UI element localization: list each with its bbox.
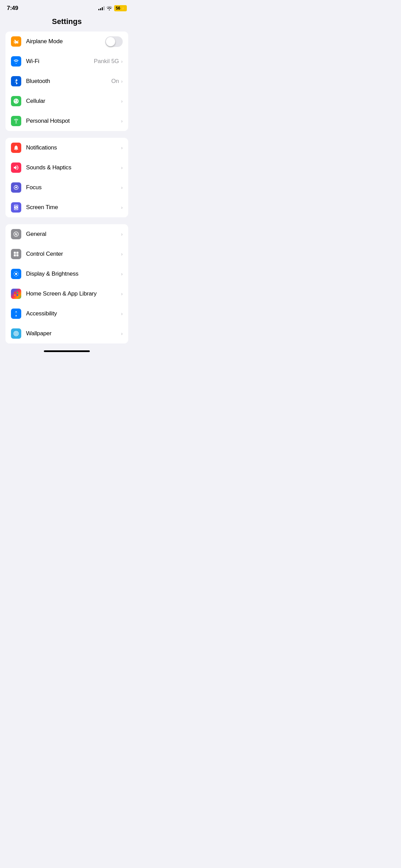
cellular-chevron-icon: › xyxy=(121,98,123,104)
svg-point-12 xyxy=(16,311,17,312)
svg-point-2 xyxy=(16,234,17,235)
sounds-icon-wrap xyxy=(11,162,21,173)
notifications-label: Notifications xyxy=(26,144,121,151)
wifi-value: Pankil 5G xyxy=(94,58,119,65)
control-center-item[interactable]: Control Center › xyxy=(5,244,128,264)
wallpaper-label: Wallpaper xyxy=(26,330,121,337)
accessibility-item[interactable]: Accessibility › xyxy=(5,304,128,324)
sounds-chevron-icon: › xyxy=(121,165,123,170)
control-center-label: Control Center xyxy=(26,251,121,257)
wifi-icon-wrap xyxy=(11,56,21,67)
general-item[interactable]: General › xyxy=(5,224,128,244)
svg-rect-6 xyxy=(16,254,19,256)
home-screen-icon-wrap xyxy=(11,289,21,299)
screen-time-icon xyxy=(13,204,19,210)
hotspot-icon-wrap xyxy=(11,116,21,126)
svg-rect-8 xyxy=(14,292,16,293)
wallpaper-chevron-icon: › xyxy=(121,331,123,336)
page-title: Settings xyxy=(0,14,134,32)
focus-icon-wrap xyxy=(11,182,21,193)
sounds-haptics-item[interactable]: Sounds & Haptics › xyxy=(5,158,128,178)
airplane-mode-icon-wrap xyxy=(11,36,21,47)
airplane-icon xyxy=(13,38,19,45)
svg-rect-11 xyxy=(17,294,19,296)
notifications-icon xyxy=(13,145,19,151)
home-indicator xyxy=(44,350,90,352)
focus-label: Focus xyxy=(26,184,121,191)
display-icon xyxy=(13,271,19,277)
svg-point-7 xyxy=(15,273,17,275)
status-icons: 56 ⚡ xyxy=(98,5,127,11)
signal-icon xyxy=(98,6,105,10)
home-screen-label: Home Screen & App Library xyxy=(26,290,121,297)
screen-time-icon-wrap xyxy=(11,202,21,213)
home-screen-icon xyxy=(13,291,19,297)
bluetooth-icon xyxy=(13,78,19,84)
battery-charging-icon: ⚡ xyxy=(121,7,125,10)
focus-chevron-icon: › xyxy=(121,185,123,190)
sounds-haptics-label: Sounds & Haptics xyxy=(26,164,121,171)
cellular-label: Cellular xyxy=(26,98,121,105)
toggle-knob xyxy=(106,37,115,46)
accessibility-icon-wrap xyxy=(11,309,21,319)
airplane-mode-toggle[interactable] xyxy=(105,36,123,47)
bluetooth-chevron-icon: › xyxy=(121,79,123,84)
hotspot-icon xyxy=(13,118,19,124)
wallpaper-icon-wrap xyxy=(11,328,21,339)
wifi-status-icon xyxy=(107,6,112,10)
notifications-item[interactable]: Notifications › xyxy=(5,138,128,158)
bluetooth-item[interactable]: Bluetooth On › xyxy=(5,71,128,91)
cellular-icon-wrap xyxy=(11,96,21,106)
accessibility-label: Accessibility xyxy=(26,310,121,317)
svg-rect-9 xyxy=(17,292,19,293)
wifi-item[interactable]: Wi-Fi Pankil 5G › xyxy=(5,51,128,71)
battery-level: 56 xyxy=(116,6,120,11)
sounds-icon xyxy=(13,165,19,171)
svg-rect-10 xyxy=(14,294,16,296)
display-brightness-item[interactable]: Display & Brightness › xyxy=(5,264,128,284)
control-center-chevron-icon: › xyxy=(121,251,123,257)
notifications-chevron-icon: › xyxy=(121,145,123,150)
personal-hotspot-label: Personal Hotspot xyxy=(26,118,121,124)
personal-hotspot-item[interactable]: Personal Hotspot › xyxy=(5,111,128,131)
bluetooth-value: On xyxy=(111,78,119,85)
general-icon xyxy=(13,231,19,237)
display-brightness-chevron-icon: › xyxy=(121,271,123,277)
wifi-label: Wi-Fi xyxy=(26,58,94,65)
bluetooth-label: Bluetooth xyxy=(26,78,111,85)
home-screen-chevron-icon: › xyxy=(121,291,123,297)
display-group: General › Control Center › Display & Bri… xyxy=(5,224,128,343)
connectivity-group: Airplane Mode Wi-Fi Pankil 5G › Bluetoot… xyxy=(5,32,128,131)
wifi-chevron-icon: › xyxy=(121,59,123,64)
status-bar: 7:49 56 ⚡ xyxy=(0,0,134,14)
screen-time-item[interactable]: Screen Time › xyxy=(5,197,128,217)
accessibility-icon xyxy=(13,311,19,317)
general-icon-wrap xyxy=(11,229,21,239)
screen-time-chevron-icon: › xyxy=(121,205,123,210)
airplane-mode-item[interactable]: Airplane Mode xyxy=(5,32,128,51)
alerts-group: Notifications › Sounds & Haptics › Focus… xyxy=(5,138,128,217)
wallpaper-icon xyxy=(13,330,19,337)
notifications-icon-wrap xyxy=(11,143,21,153)
screen-time-label: Screen Time xyxy=(26,204,121,211)
general-label: General xyxy=(26,231,121,238)
control-center-icon xyxy=(13,251,19,257)
svg-rect-4 xyxy=(16,252,19,254)
bluetooth-icon-wrap xyxy=(11,76,21,86)
hotspot-chevron-icon: › xyxy=(121,118,123,124)
svg-rect-5 xyxy=(14,254,16,256)
wallpaper-item[interactable]: Wallpaper › xyxy=(5,324,128,343)
general-chevron-icon: › xyxy=(121,231,123,237)
home-screen-item[interactable]: Home Screen & App Library › xyxy=(5,284,128,304)
battery-icon: 56 ⚡ xyxy=(114,5,127,11)
wifi-icon xyxy=(13,58,19,64)
control-center-icon-wrap xyxy=(11,249,21,259)
status-time: 7:49 xyxy=(7,5,18,12)
svg-rect-3 xyxy=(14,252,16,254)
display-icon-wrap xyxy=(11,269,21,279)
cellular-item[interactable]: Cellular › xyxy=(5,91,128,111)
airplane-mode-label: Airplane Mode xyxy=(26,38,105,45)
focus-icon xyxy=(13,184,19,191)
focus-item[interactable]: Focus › xyxy=(5,178,128,197)
accessibility-chevron-icon: › xyxy=(121,311,123,316)
